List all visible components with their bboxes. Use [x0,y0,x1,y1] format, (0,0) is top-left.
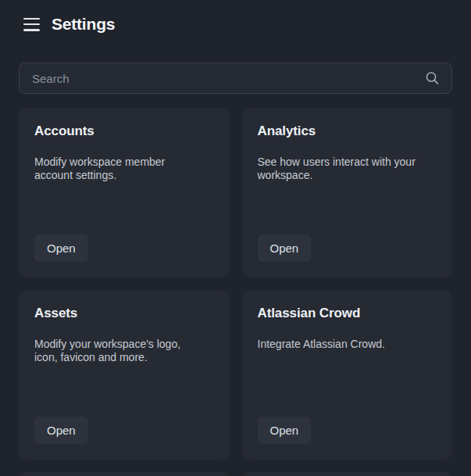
open-button-atlassian-crowd[interactable]: Open [258,417,312,444]
card-description: Modify your workspace's logo, icon, favi… [34,338,200,364]
header: Settings [0,0,471,38]
card-description: Integrate Atlassian Crowd. [258,338,423,351]
card-title: Assets [34,306,214,321]
open-button-assets[interactable]: Open [34,417,88,444]
settings-card-grid: Accounts Modify workspace member account… [19,108,452,476]
search-input[interactable] [20,63,451,93]
card-partial-left [19,472,230,476]
card-description: Modify workspace member account settings… [34,156,200,182]
search-icon [425,71,440,86]
card-accounts: Accounts Modify workspace member account… [19,108,230,277]
card-title: Analytics [258,123,437,139]
page-title: Settings [52,15,115,34]
card-title: Accounts [34,123,214,139]
card-description: See how users interact with your workspa… [258,156,423,182]
card-atlassian-crowd: Atlassian Crowd Integrate Atlassian Crow… [242,290,453,460]
card-analytics: Analytics See how users interact with yo… [242,108,453,277]
open-button-accounts[interactable]: Open [34,234,88,262]
card-partial-right [242,472,453,476]
card-title: Atlassian Crowd [258,306,437,321]
hamburger-menu-icon[interactable] [23,18,40,31]
open-button-analytics[interactable]: Open [258,234,312,262]
card-assets: Assets Modify your workspace's logo, ico… [19,290,230,460]
search-bar [19,63,452,94]
